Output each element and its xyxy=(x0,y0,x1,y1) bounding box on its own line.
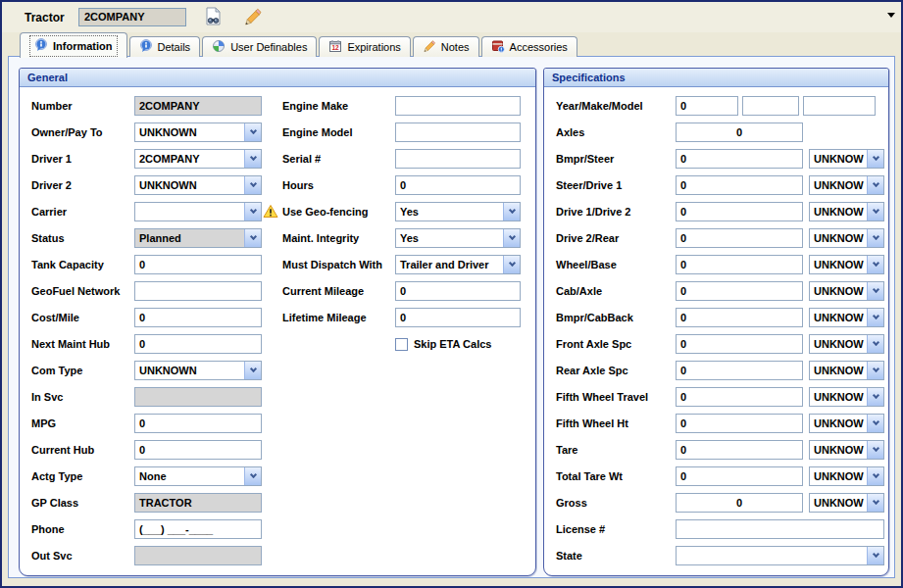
dropdown-arrow-icon[interactable] xyxy=(867,203,883,220)
gross-input[interactable]: 0 xyxy=(676,493,803,513)
tare-unit-select[interactable]: UNKNOW xyxy=(809,440,884,460)
engine-make-input[interactable] xyxy=(395,96,521,116)
drive-1-drive-2-input[interactable]: 0 xyxy=(676,202,803,221)
general-section: General Number2COMPANY Owner/Pay ToUNKNO… xyxy=(19,68,536,576)
fifth-wheel-travel-input[interactable]: 0 xyxy=(676,387,803,407)
tab-focus-rect: Information xyxy=(29,35,118,57)
maint-integrity-select[interactable]: Yes xyxy=(395,228,521,248)
state-select[interactable] xyxy=(676,546,884,565)
carrier-label: Carrier xyxy=(31,206,134,218)
drive-2-rear-input[interactable]: 0 xyxy=(676,228,803,248)
tare-input[interactable]: 0 xyxy=(676,440,803,460)
field-row-maint-integrity: Maint. IntegrityYes xyxy=(282,228,527,248)
next-maint-hub-input[interactable]: 0 xyxy=(134,334,262,354)
tab-details[interactable]: Details xyxy=(129,36,201,57)
tab-user-definables[interactable]: User Definables xyxy=(202,36,317,57)
driver-1-select[interactable]: 2COMPANY xyxy=(134,149,262,169)
total-tare-wt-unit-select[interactable]: UNKNOW xyxy=(809,466,884,486)
edit-pencil-icon xyxy=(243,7,263,30)
hours-input[interactable]: 0 xyxy=(395,175,521,195)
tab-information[interactable]: Information xyxy=(20,32,127,58)
mpg-input[interactable]: 0 xyxy=(134,414,262,433)
bmpr-cabback-input[interactable]: 0 xyxy=(676,308,803,327)
dropdown-arrow-icon[interactable] xyxy=(867,547,883,564)
drive-1-drive-2-unit-select[interactable]: UNKNOW xyxy=(809,202,884,221)
chevron-down-icon xyxy=(887,13,895,18)
dropdown-arrow-icon[interactable] xyxy=(244,362,261,379)
current-hub-input[interactable]: 0 xyxy=(134,440,262,460)
tab-expirations[interactable]: 12 Expirations xyxy=(319,36,410,57)
make-input[interactable] xyxy=(742,96,799,116)
current-mileage-input[interactable]: 0 xyxy=(395,281,521,301)
dropdown-arrow-icon[interactable] xyxy=(503,203,520,220)
drive-2-rear-unit-select[interactable]: UNKNOW xyxy=(809,228,884,248)
dropdown-arrow-icon[interactable] xyxy=(503,256,520,273)
cost-mile-input[interactable]: 0 xyxy=(134,308,262,327)
skip-eta-calcs-checkbox[interactable] xyxy=(395,338,408,351)
dropdown-arrow-icon[interactable] xyxy=(867,415,883,432)
actg-type-select[interactable]: None xyxy=(134,466,262,486)
dropdown-arrow-icon[interactable] xyxy=(244,467,261,485)
driver-2-select[interactable]: UNKNOWN xyxy=(134,175,262,195)
year-input[interactable]: 0 xyxy=(676,96,738,116)
engine-model-input[interactable] xyxy=(395,122,521,142)
bmpr-steer-unit-select[interactable]: UNKNOW xyxy=(809,149,884,169)
license-input[interactable] xyxy=(676,519,884,539)
dropdown-arrow-icon[interactable] xyxy=(867,362,883,379)
bmpr-cabback-unit-select[interactable]: UNKNOW xyxy=(809,308,884,327)
field-row-fifth-wheel-travel: Fifth Wheel Travel0UNKNOW xyxy=(556,387,884,407)
must-dispatch-with-select[interactable]: Trailer and Driver xyxy=(395,255,521,274)
dropdown-arrow-icon[interactable] xyxy=(867,150,883,168)
field-row-steer-drive-1: Steer/Drive 10UNKNOW xyxy=(556,175,884,195)
owner-pay-to-select[interactable]: UNKNOWN xyxy=(134,122,262,142)
cab-axle-unit-select[interactable]: UNKNOW xyxy=(809,281,884,301)
steer-drive-1-input[interactable]: 0 xyxy=(676,175,803,195)
geofuel-network-input[interactable] xyxy=(134,281,262,301)
total-tare-wt-input[interactable]: 0 xyxy=(676,466,803,486)
tank-capacity-input[interactable]: 0 xyxy=(134,255,262,274)
fifth-wheel-ht-input[interactable]: 0 xyxy=(676,414,803,433)
model-input[interactable] xyxy=(803,96,876,116)
com-type-select[interactable]: UNKNOWN xyxy=(134,361,262,380)
rear-axle-spc-unit-select[interactable]: UNKNOW xyxy=(809,361,884,380)
tab-label: Accessories xyxy=(510,41,568,53)
gross-unit-select[interactable]: UNKNOW xyxy=(809,493,884,513)
dropdown-arrow-icon[interactable] xyxy=(867,467,883,485)
dropdown-arrow-icon[interactable] xyxy=(244,123,261,141)
steer-drive-1-unit-select[interactable]: UNKNOW xyxy=(809,175,884,195)
rear-axle-spc-input[interactable]: 0 xyxy=(676,361,803,380)
phone-input[interactable]: (___) ___-____ xyxy=(134,519,262,539)
front-axle-spc-input[interactable]: 0 xyxy=(676,334,803,354)
dropdown-arrow-icon[interactable] xyxy=(867,388,883,406)
dropdown-arrow-icon[interactable] xyxy=(867,494,883,512)
tab-accessories[interactable]: Accessories xyxy=(481,36,577,57)
find-record-button[interactable] xyxy=(201,7,225,30)
carrier-select[interactable] xyxy=(134,202,262,221)
cab-axle-input[interactable]: 0 xyxy=(676,281,803,301)
dropdown-arrow-icon[interactable] xyxy=(244,203,261,220)
tab-notes[interactable]: Notes xyxy=(413,36,479,57)
dropdown-arrow-icon[interactable] xyxy=(244,176,261,194)
tab-overflow-button[interactable] xyxy=(883,8,899,22)
bmpr-steer-input[interactable]: 0 xyxy=(676,149,803,169)
dropdown-arrow-icon[interactable] xyxy=(867,229,883,247)
fifth-wheel-travel-unit-select[interactable]: UNKNOW xyxy=(809,387,884,407)
dropdown-arrow-icon[interactable] xyxy=(867,282,883,300)
front-axle-spc-unit-select[interactable]: UNKNOW xyxy=(809,334,884,354)
tractor-number-input[interactable]: 2COMPANY xyxy=(78,8,186,26)
edit-button[interactable] xyxy=(241,7,265,30)
wheel-base-input[interactable]: 0 xyxy=(676,255,803,274)
dropdown-arrow-icon[interactable] xyxy=(867,176,883,194)
dropdown-arrow-icon[interactable] xyxy=(503,229,520,247)
dropdown-arrow-icon[interactable] xyxy=(867,441,883,459)
wheel-base-unit-select[interactable]: UNKNOW xyxy=(809,255,884,274)
dropdown-arrow-icon[interactable] xyxy=(867,335,883,353)
fifth-wheel-ht-unit-select[interactable]: UNKNOW xyxy=(809,414,884,433)
dropdown-arrow-icon[interactable] xyxy=(867,256,883,273)
dropdown-arrow-icon[interactable] xyxy=(244,150,261,168)
axles-input[interactable]: 0 xyxy=(676,122,803,142)
lifetime-mileage-input[interactable]: 0 xyxy=(395,308,521,327)
use-geo-fencing-select[interactable]: Yes xyxy=(395,202,521,221)
serial-input[interactable] xyxy=(395,149,521,169)
dropdown-arrow-icon[interactable] xyxy=(867,309,883,326)
